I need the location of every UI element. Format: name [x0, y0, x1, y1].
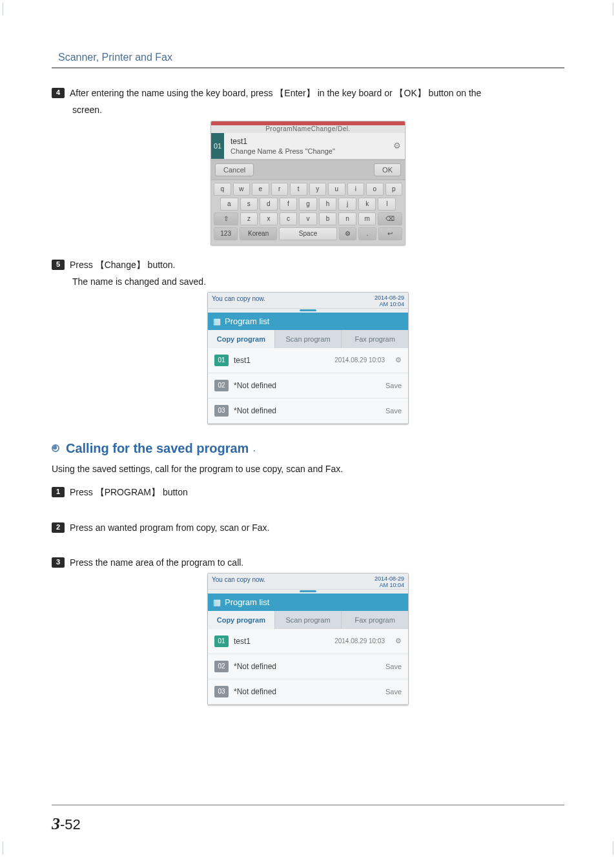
- tab-scan-program[interactable]: Scan program: [275, 330, 342, 348]
- slot-badge-02: 02: [214, 661, 229, 672]
- program-list-screenshot-1: You can copy now. 2014-08-29AM 10:04 ▦ P…: [207, 292, 409, 424]
- key-n[interactable]: n: [338, 212, 356, 225]
- step-badge-2: 2: [52, 522, 65, 533]
- page-number: 3-52: [52, 814, 81, 834]
- key-shift[interactable]: ⇧: [214, 212, 238, 225]
- save-button[interactable]: Save: [385, 688, 402, 696]
- subsection-title-period: .: [252, 442, 255, 454]
- stepC-text: Press the name area of the program to ca…: [70, 556, 564, 569]
- key-r[interactable]: r: [271, 183, 289, 196]
- status-datetime: 2014-08-29AM 10:04: [375, 576, 404, 589]
- key-a[interactable]: a: [220, 198, 238, 211]
- step4-continued: screen.: [72, 103, 564, 116]
- key-backspace[interactable]: ⌫: [378, 212, 402, 225]
- key-c[interactable]: c: [280, 212, 298, 225]
- slot-badge-01: 01: [214, 355, 229, 366]
- bullet-icon: [52, 444, 59, 452]
- gear-icon[interactable]: ⚙: [395, 637, 402, 645]
- slot-badge-03: 03: [214, 405, 229, 417]
- status-message: You can copy now.: [212, 295, 265, 308]
- key-123[interactable]: 123: [214, 227, 238, 240]
- gear-icon[interactable]: ⚙: [395, 356, 402, 364]
- program-name: *Not defined: [234, 406, 380, 415]
- key-j[interactable]: j: [338, 198, 356, 211]
- step-badge-1: 1: [52, 487, 65, 497]
- name-hint: Change Name & Press "Change": [231, 147, 387, 155]
- step5-continued: The name is changed and saved.: [72, 275, 564, 288]
- key-w[interactable]: w: [233, 183, 251, 196]
- program-name: test1: [234, 356, 329, 365]
- list-item[interactable]: 01 test1 2014.08.29 10:03 ⚙: [208, 348, 408, 373]
- key-d[interactable]: d: [260, 198, 278, 211]
- key-p[interactable]: p: [385, 183, 403, 196]
- list-item[interactable]: 02 *Not defined Save: [208, 654, 408, 679]
- key-y[interactable]: y: [309, 183, 327, 196]
- save-button[interactable]: Save: [385, 407, 402, 415]
- list-item[interactable]: 03 *Not defined Save: [208, 398, 408, 424]
- onscreen-keyboard: q w e r t y u i o p a s d f g h: [211, 180, 405, 245]
- program-date: 2014.08.29 10:03: [334, 637, 385, 645]
- key-enter[interactable]: ↩: [378, 227, 402, 240]
- subsection-title: Calling for the saved program: [66, 441, 249, 456]
- tab-copy-program[interactable]: Copy program: [208, 611, 275, 629]
- slot-badge-02: 02: [214, 380, 229, 391]
- list-item[interactable]: 01 test1 2014.08.29 10:03 ⚙: [208, 629, 408, 654]
- keyboard-dialog-screenshot: ProgramNameChange/Del. 01 test1 Change N…: [210, 121, 406, 245]
- key-o[interactable]: o: [366, 183, 384, 196]
- slot-badge-01: 01: [214, 635, 229, 647]
- footer-rule: [52, 805, 564, 805]
- name-input[interactable]: test1: [231, 136, 387, 147]
- stepA-text: Press 【PROGRAM】 button: [70, 486, 564, 499]
- tab-scan-program[interactable]: Scan program: [275, 611, 342, 629]
- key-settings-icon[interactable]: ⚙: [339, 227, 356, 240]
- key-e[interactable]: e: [252, 183, 269, 196]
- key-g[interactable]: g: [299, 198, 317, 211]
- program-list-icon: ▦: [213, 316, 221, 326]
- program-list-screenshot-2: You can copy now. 2014-08-29AM 10:04 ▦ P…: [207, 573, 409, 705]
- dialog-title: ProgramNameChange/Del.: [211, 125, 405, 133]
- stepB-text: Press an wanted program from copy, scan …: [70, 521, 564, 534]
- step-badge-4: 4: [52, 88, 65, 98]
- gear-icon[interactable]: ⚙: [393, 141, 405, 150]
- step-badge-5: 5: [52, 260, 65, 270]
- key-u[interactable]: u: [328, 183, 345, 196]
- key-b[interactable]: b: [319, 212, 337, 225]
- key-period[interactable]: .: [358, 227, 376, 240]
- save-button[interactable]: Save: [385, 382, 402, 389]
- list-item[interactable]: 02 *Not defined Save: [208, 373, 408, 398]
- key-language[interactable]: Korean: [240, 227, 277, 240]
- key-m[interactable]: m: [358, 212, 376, 225]
- list-item[interactable]: 03 *Not defined Save: [208, 679, 408, 705]
- program-name: *Not defined: [234, 662, 380, 671]
- tab-fax-program[interactable]: Fax program: [342, 611, 408, 629]
- status-datetime: 2014-08-29AM 10:04: [375, 295, 404, 308]
- step4-text: After entering the name using the key bo…: [70, 87, 564, 99]
- tab-copy-program[interactable]: Copy program: [208, 330, 275, 348]
- tab-fax-program[interactable]: Fax program: [342, 330, 408, 348]
- program-list-header: ▦ Program list: [208, 594, 408, 611]
- key-q[interactable]: q: [214, 183, 231, 196]
- step-badge-3: 3: [52, 557, 65, 568]
- key-i[interactable]: i: [347, 183, 365, 196]
- subsection-intro: Using the saved settings, call for the p…: [52, 462, 564, 475]
- key-l[interactable]: l: [378, 198, 396, 211]
- slot-number-badge: 01: [211, 133, 224, 159]
- save-button[interactable]: Save: [385, 663, 402, 670]
- key-k[interactable]: k: [358, 198, 376, 211]
- key-h[interactable]: h: [319, 198, 337, 211]
- key-z[interactable]: z: [240, 212, 258, 225]
- key-space[interactable]: Space: [279, 227, 337, 240]
- program-name: test1: [234, 637, 329, 646]
- ok-button[interactable]: OK: [374, 163, 401, 176]
- key-f[interactable]: f: [280, 198, 298, 211]
- key-s[interactable]: s: [240, 198, 258, 211]
- program-name: *Not defined: [234, 687, 380, 696]
- title-rule: [52, 67, 564, 68]
- key-v[interactable]: v: [299, 212, 317, 225]
- program-list-icon: ▦: [213, 597, 221, 607]
- program-date: 2014.08.29 10:03: [334, 356, 385, 364]
- slot-badge-03: 03: [214, 686, 229, 697]
- key-x[interactable]: x: [260, 212, 278, 225]
- key-t[interactable]: t: [290, 183, 307, 196]
- cancel-button[interactable]: Cancel: [215, 163, 254, 176]
